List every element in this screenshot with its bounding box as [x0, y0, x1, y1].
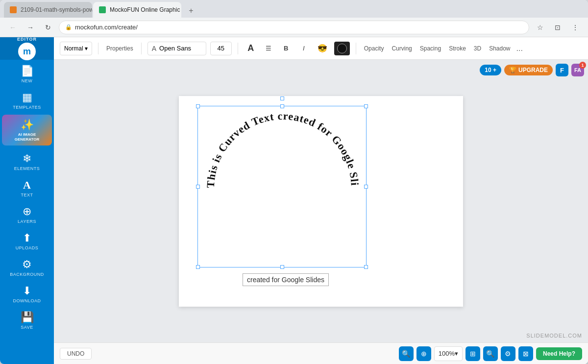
sidebar-item-templates[interactable]: ▦ TEMPLATES	[0, 86, 54, 113]
font-selector[interactable]: A Open Sans	[147, 42, 206, 55]
back-button[interactable]: ←	[6, 21, 20, 34]
sunglasses-emoji-icon: 😎	[318, 44, 327, 53]
italic-button[interactable]: I	[297, 42, 311, 55]
upgrade-icon: 🏆	[509, 67, 516, 73]
tab-1-favicon	[10, 6, 17, 13]
3d-button[interactable]: 3D	[472, 45, 483, 52]
spacing-button[interactable]: Spacing	[418, 45, 443, 52]
fa-badge[interactable]: FA 1	[571, 64, 584, 76]
emoji-button[interactable]: 😎	[315, 42, 330, 55]
font-size-value: 45	[217, 45, 224, 52]
sidebar-label-download: DOWNLOAD	[13, 298, 41, 303]
toolbar-divider-1	[98, 43, 98, 54]
address-text: mockofun.com/create/	[75, 24, 138, 31]
background-icon: ⚙	[22, 258, 32, 271]
tab-2-favicon	[99, 6, 106, 13]
notification-dot: 1	[579, 62, 586, 69]
sidebar-item-elements[interactable]: ❄ ELEMENTS	[0, 147, 54, 174]
inline-text-box[interactable]: created for Google Slides	[243, 273, 329, 286]
rotate-handle[interactable]	[280, 97, 284, 100]
sidebar-label-new: NEW	[22, 78, 33, 83]
f-badge[interactable]: F	[556, 64, 568, 76]
tab-2-label: MockoFUN Online Graphic De...	[110, 6, 181, 13]
sidebar-item-save[interactable]: 💾 SAVE	[0, 306, 54, 333]
sidebar-item-new[interactable]: 📄 NEW	[0, 60, 54, 86]
zoom-out-button[interactable]: 🔍	[399, 346, 414, 361]
lock-icon: 🔒	[65, 24, 72, 30]
align-button[interactable]: ☰	[262, 42, 275, 55]
mode-select[interactable]: Normal ▾	[60, 42, 92, 55]
menu-button[interactable]: ⋮	[568, 21, 582, 34]
new-tab-button[interactable]: +	[184, 4, 198, 18]
nav-bar: ← → ↻ 🔒 mockofun.com/create/ ☆ ⊡ ⋮	[0, 18, 588, 37]
refresh-button[interactable]: ↻	[41, 21, 55, 34]
sidebar-label-background: BACKGROUND	[10, 272, 44, 277]
zoom-minus-button[interactable]: 🔍	[483, 346, 498, 361]
sidebar-item-text[interactable]: A TEXT	[0, 174, 54, 200]
sidebar-logo[interactable]: EDITOR m	[0, 37, 54, 60]
bold-icon: B	[284, 45, 288, 52]
address-bar[interactable]: 🔒 mockofun.com/create/	[59, 21, 529, 34]
zoom-value: 100%	[439, 350, 455, 357]
sidebar-item-background[interactable]: ⚙ BACKGROUND	[0, 253, 54, 280]
tab-2[interactable]: MockoFUN Online Graphic De... ×	[93, 2, 181, 18]
shadow-button[interactable]: Shadow	[487, 45, 512, 52]
zoom-fit-button[interactable]: ⊕	[416, 346, 431, 361]
watermark: SLIDEMODEL.COM	[526, 333, 582, 339]
canvas-area: 10 + 🏆 UPGRADE F FA 1	[54, 60, 588, 342]
sidebar-item-layers[interactable]: ⊕ LAYERS	[0, 200, 54, 227]
more-options-button[interactable]: ...	[516, 44, 523, 53]
zoom-expand-button[interactable]: ⊞	[466, 346, 480, 361]
badge-10-plus[interactable]: 10 +	[480, 65, 501, 75]
sidebar-item-ai[interactable]: ✨ AI IMAGEGENERATOR	[2, 115, 52, 146]
opacity-button[interactable]: Opacity	[362, 45, 386, 52]
toolbar-divider-4	[356, 43, 356, 54]
sidebar-label-save: SAVE	[21, 325, 33, 330]
layers-icon: ⊕	[23, 205, 31, 218]
bold-button[interactable]: B	[279, 42, 293, 55]
sidebar-label-text: TEXT	[21, 193, 33, 197]
upgrade-button[interactable]: 🏆 UPGRADE	[504, 65, 553, 75]
editor-label: EDITOR	[17, 37, 37, 42]
save-icon: 💾	[21, 311, 34, 324]
italic-icon: I	[303, 45, 305, 52]
tab-1[interactable]: 2109-01-math-symbols-power... ×	[4, 2, 92, 18]
tab-1-label: 2109-01-math-symbols-power...	[21, 6, 92, 13]
uploads-icon: ⬆	[23, 232, 31, 244]
curved-text-svg: This is Curved Text created for Google S…	[199, 105, 366, 267]
properties-button[interactable]: Properties	[104, 45, 135, 52]
cast-button[interactable]: ⊡	[551, 21, 564, 34]
undo-button[interactable]: UNDO	[60, 348, 92, 360]
mode-label: Normal ▾	[64, 45, 88, 52]
font-name: Open Sans	[159, 45, 191, 52]
browser-window: 2109-01-math-symbols-power... × MockoFUN…	[0, 0, 588, 364]
color-picker-button[interactable]	[334, 42, 350, 55]
f-label: F	[560, 67, 564, 74]
main-content: Normal ▾ Properties A Open Sans 45 A ☰	[54, 37, 588, 364]
need-help-button[interactable]: Need Help?	[536, 347, 582, 360]
zoom-crop-button[interactable]: ⊠	[518, 346, 533, 361]
toolbar-divider-2	[141, 43, 142, 54]
zoom-settings-button[interactable]: ⚙	[501, 346, 515, 361]
font-icon: A	[152, 45, 156, 52]
app: EDITOR m 📄 NEW ▦ TEMPLATES ✨ AI IMAGEGEN…	[0, 37, 588, 364]
bookmark-button[interactable]: ☆	[533, 21, 547, 34]
fa-label: FA	[574, 67, 581, 73]
sidebar-item-download[interactable]: ⬇ DOWNLOAD	[0, 280, 54, 306]
zoom-display: 100% ▾	[434, 346, 463, 361]
align-icon: ☰	[266, 45, 271, 52]
upgrade-label: UPGRADE	[518, 67, 548, 73]
text-color-button[interactable]: A	[244, 42, 258, 55]
stroke-button[interactable]: Stroke	[447, 45, 468, 52]
forward-button[interactable]: →	[24, 21, 37, 34]
curving-button[interactable]: Curving	[390, 45, 414, 52]
logo-text: m	[23, 47, 31, 57]
tab-bar: 2109-01-math-symbols-power... × MockoFUN…	[0, 0, 588, 18]
toolbar: Normal ▾ Properties A Open Sans 45 A ☰	[54, 37, 588, 60]
color-swatch	[337, 44, 347, 53]
new-icon: 📄	[21, 65, 34, 77]
canvas[interactable]: This is Curved Text created for Google S…	[179, 96, 463, 307]
font-size-input[interactable]: 45	[210, 42, 232, 55]
sidebar-label-uploads: UPLOADS	[16, 245, 39, 250]
sidebar-item-uploads[interactable]: ⬆ UPLOADS	[0, 227, 54, 253]
